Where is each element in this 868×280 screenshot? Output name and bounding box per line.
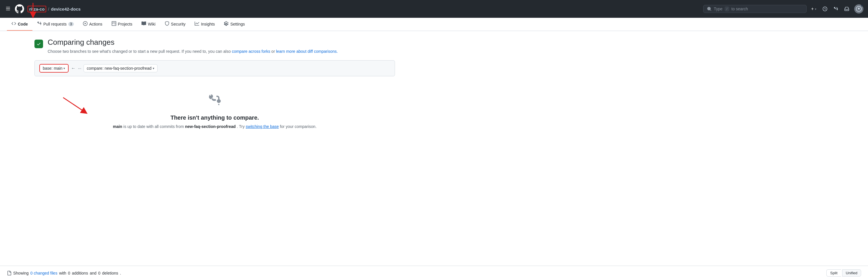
dots-icon: ··· (78, 66, 81, 70)
search-text-post: to search (732, 7, 748, 11)
pull-requests-button[interactable] (832, 5, 839, 12)
comparing-info: Comparing changes Choose two branches to… (48, 38, 338, 55)
compare-branch-selector[interactable]: compare: new-faq-section-proofread ▾ (84, 64, 158, 72)
compare-across-forks-link[interactable]: compare across forks (232, 49, 270, 54)
hamburger-menu-button[interactable] (5, 5, 11, 13)
search-text-pre: Type (714, 7, 722, 11)
code-icon (11, 21, 16, 27)
subnav-settings-label: Settings (230, 22, 245, 26)
page-title: Comparing changes (48, 38, 338, 47)
wiki-icon (142, 21, 146, 27)
compare-branches-icon (208, 94, 222, 110)
search-bar[interactable]: Type / to search (703, 5, 807, 13)
new-item-button[interactable]: + ▾ (810, 5, 817, 12)
subnav-wiki-label: Wiki (148, 22, 155, 26)
main-branch-name: main (113, 124, 122, 129)
base-branch-selector[interactable]: base: main ▾ (39, 64, 69, 72)
subnav-insights-label: Insights (201, 22, 215, 26)
green-check-icon (34, 39, 43, 48)
subnav-item-security[interactable]: Security (160, 18, 190, 31)
insights-icon (195, 21, 199, 27)
settings-icon (224, 21, 228, 27)
subnav-security-label: Security (171, 22, 186, 26)
projects-icon (112, 21, 116, 27)
subnav-code-label: Code (18, 22, 28, 26)
repo-separator: / (48, 7, 49, 11)
subnav-item-actions[interactable]: Actions (79, 18, 107, 31)
empty-state-description: main is up to date with all commits from… (113, 123, 317, 130)
subnav-item-projects[interactable]: Projects (107, 18, 137, 31)
base-branch-caret: ▾ (63, 67, 65, 70)
actions-icon (83, 21, 88, 27)
security-icon (165, 21, 169, 27)
repo-breadcrumb: ritza-co / device42-docs (28, 6, 81, 12)
repo-owner[interactable]: ritza-co (28, 6, 46, 12)
compare-branch-name: new-faq-section-proofread (185, 124, 236, 129)
compare-branch-caret: ▾ (153, 67, 154, 70)
notification-dot (861, 4, 863, 7)
switching-base-link[interactable]: switching the base (246, 124, 279, 129)
base-branch-label: base: main (43, 66, 62, 70)
pull-request-icon (37, 21, 42, 27)
subnav-item-code[interactable]: Code (7, 18, 32, 31)
learn-more-link[interactable]: learn more about diff comparisons. (276, 49, 338, 54)
pr-count-badge: 3 (68, 22, 74, 26)
subnav-pr-label: Pull requests (43, 22, 67, 26)
subnav-projects-label: Projects (118, 22, 133, 26)
timer-button[interactable] (822, 5, 828, 12)
github-logo[interactable] (15, 4, 24, 13)
subnav-actions-label: Actions (89, 22, 102, 26)
comparing-header: Comparing changes Choose two branches to… (34, 38, 395, 55)
empty-state-title: There isn't anything to compare. (170, 115, 259, 121)
hamburger-icon (6, 6, 10, 12)
site-header: ritza-co / device42-docs Type / to searc… (0, 0, 868, 18)
chevron-down-icon: ▾ (815, 7, 816, 11)
compare-branch-label: compare: new-faq-section-proofread (87, 66, 152, 70)
search-shortcut-key: / (725, 7, 729, 11)
avatar[interactable] (854, 4, 863, 13)
main-content: Comparing changes Choose two branches to… (0, 31, 402, 148)
subnav-item-wiki[interactable]: Wiki (137, 18, 160, 31)
repo-name[interactable]: device42-docs (51, 7, 81, 11)
comparing-description: Choose two branches to see what's change… (48, 49, 338, 55)
repo-subnav: Code Pull requests 3 Actions Projects (0, 18, 868, 31)
header-right-actions: + ▾ (810, 4, 863, 13)
branch-selector-row: base: main ▾ ← ··· compare: new-faq-sect… (34, 60, 395, 76)
empty-compare-state: There isn't anything to compare. main is… (34, 76, 395, 141)
inbox-button[interactable] (843, 5, 850, 12)
subnav-item-settings[interactable]: Settings (219, 18, 249, 31)
plus-icon: + (811, 6, 814, 11)
subnav-item-insights[interactable]: Insights (190, 18, 219, 31)
left-arrow-icon: ← (71, 66, 75, 71)
subnav-item-pull-requests[interactable]: Pull requests 3 (32, 18, 79, 31)
